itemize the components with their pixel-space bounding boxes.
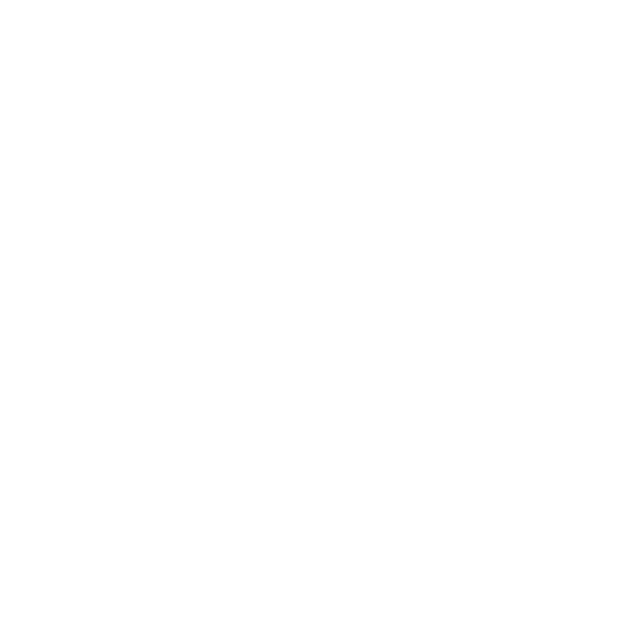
main-container [0, 0, 644, 644]
